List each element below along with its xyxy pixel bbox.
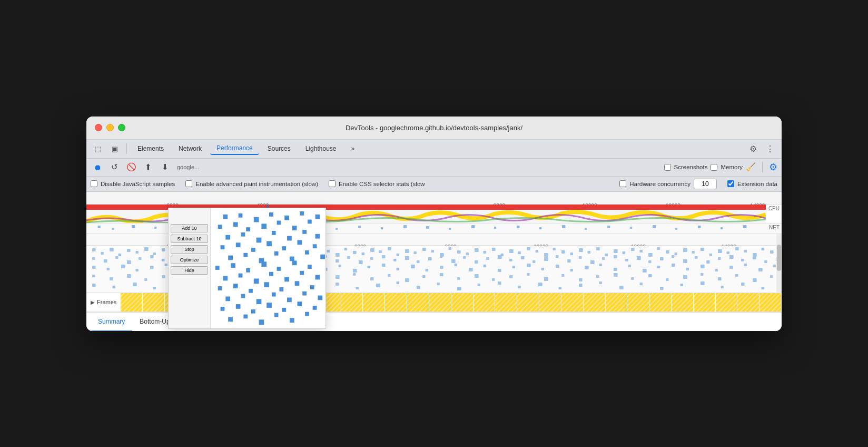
memory-label: Memory xyxy=(721,164,743,170)
svg-rect-11 xyxy=(336,228,338,230)
broom-icon[interactable]: 🧹 xyxy=(746,162,756,172)
frame-11 xyxy=(363,293,385,312)
svg-rect-212 xyxy=(715,269,718,271)
tab-lighthouse[interactable]: Lighthouse xyxy=(299,143,343,154)
svg-rect-331 xyxy=(277,267,281,271)
reload-button[interactable]: ↺ xyxy=(107,160,121,174)
disable-js-checkbox[interactable] xyxy=(91,180,97,187)
minimize-button[interactable] xyxy=(106,124,114,131)
svg-rect-289 xyxy=(741,283,745,286)
clear-button[interactable]: 🚫 xyxy=(124,160,138,174)
download-button[interactable]: ⬇ xyxy=(158,160,172,174)
svg-rect-290 xyxy=(762,287,765,289)
svg-rect-134 xyxy=(382,255,386,258)
svg-rect-13 xyxy=(381,227,383,229)
frame-29 xyxy=(760,293,782,312)
svg-rect-14 xyxy=(403,225,407,228)
stop-button[interactable]: Stop xyxy=(171,245,208,254)
svg-rect-298 xyxy=(315,214,320,219)
upload-button[interactable]: ⬆ xyxy=(141,160,155,174)
device-icon[interactable]: ▣ xyxy=(107,141,122,156)
perf-toolbar: ⏺ ↺ 🚫 ⬆ ⬇ google... Screenshots Memory 🧹… xyxy=(86,159,782,177)
subtract-10-button[interactable]: Subtract 10 xyxy=(171,235,208,243)
svg-rect-260 xyxy=(153,287,156,289)
svg-rect-292 xyxy=(223,214,228,219)
record-button[interactable]: ⏺ xyxy=(91,160,104,174)
svg-rect-232 xyxy=(353,273,356,276)
ruler-labels: 2000 ms 4000 ms 8000 ms 10000 ms 12000 m… xyxy=(86,203,782,204)
svg-rect-131 xyxy=(347,256,350,259)
inspect-icon[interactable]: ⬚ xyxy=(91,141,105,156)
frame-22 xyxy=(606,293,628,312)
frame-18 xyxy=(517,293,539,312)
scrollbar-thumb[interactable] xyxy=(777,245,781,271)
maximize-button[interactable] xyxy=(118,124,125,131)
hide-button[interactable]: Hide xyxy=(171,266,208,275)
tab-summary[interactable]: Summary xyxy=(91,313,132,331)
gear-settings-icon[interactable]: ⚙ xyxy=(769,161,777,173)
svg-rect-25 xyxy=(653,225,656,228)
tab-performance[interactable]: Performance xyxy=(210,142,259,155)
svg-rect-255 xyxy=(753,278,757,282)
frame-13 xyxy=(407,293,429,312)
more-options-icon[interactable]: ⋮ xyxy=(763,141,777,156)
svg-rect-72 xyxy=(457,250,461,254)
svg-rect-280 xyxy=(559,287,562,289)
svg-rect-257 xyxy=(92,284,96,287)
add-10-button[interactable]: Add 10 xyxy=(171,224,208,232)
extension-data-option: Extension data xyxy=(727,180,777,187)
frames-expand-icon[interactable]: ▶ xyxy=(91,299,95,305)
svg-rect-245 xyxy=(579,278,583,281)
optimize-button[interactable]: Optimize xyxy=(171,256,208,264)
svg-rect-348 xyxy=(225,296,230,301)
svg-rect-132 xyxy=(359,260,363,264)
svg-rect-351 xyxy=(272,292,276,296)
svg-rect-174 xyxy=(165,264,168,266)
svg-rect-346 xyxy=(295,281,300,286)
tab-more[interactable]: » xyxy=(345,143,361,154)
svg-rect-328 xyxy=(231,263,235,268)
settings-icon[interactable]: ⚙ xyxy=(746,141,761,156)
tab-sources[interactable]: Sources xyxy=(261,143,297,154)
svg-rect-104 xyxy=(735,247,739,250)
svg-rect-167 xyxy=(764,260,767,263)
svg-rect-105 xyxy=(744,250,747,252)
svg-rect-294 xyxy=(254,217,259,222)
screenshots-checkbox[interactable] xyxy=(664,164,671,171)
svg-rect-65 xyxy=(397,254,400,256)
svg-rect-192 xyxy=(426,269,429,271)
vertical-scrollbar[interactable] xyxy=(776,234,782,293)
svg-rect-329 xyxy=(246,268,250,273)
svg-rect-31 xyxy=(101,252,104,255)
svg-rect-283 xyxy=(619,286,624,289)
svg-rect-99 xyxy=(692,251,695,254)
svg-rect-67 xyxy=(414,251,417,254)
svg-rect-0 xyxy=(98,226,101,228)
svg-rect-297 xyxy=(300,211,304,216)
svg-rect-237 xyxy=(440,273,443,276)
frame-21 xyxy=(584,293,606,312)
svg-rect-361 xyxy=(313,306,317,310)
svg-rect-169 xyxy=(92,266,96,269)
tab-elements[interactable]: Elements xyxy=(131,143,170,154)
svg-rect-304 xyxy=(292,226,297,230)
svg-rect-163 xyxy=(718,257,721,260)
svg-rect-109 xyxy=(92,257,95,260)
svg-rect-164 xyxy=(729,255,734,259)
svg-rect-60 xyxy=(353,251,357,254)
svg-rect-140 xyxy=(451,259,456,263)
enable-paint-checkbox[interactable] xyxy=(185,180,192,187)
svg-rect-29 xyxy=(743,225,746,228)
svg-rect-209 xyxy=(672,264,675,267)
memory-checkbox[interactable] xyxy=(711,164,717,171)
tab-network[interactable]: Network xyxy=(172,143,208,154)
svg-rect-148 xyxy=(544,257,548,261)
enable-css-checkbox[interactable] xyxy=(329,180,336,187)
svg-rect-135 xyxy=(393,259,397,261)
close-button[interactable] xyxy=(95,124,102,131)
svg-rect-218 xyxy=(110,277,113,280)
hw-concurrency-checkbox[interactable] xyxy=(619,180,626,187)
svg-rect-343 xyxy=(249,288,253,293)
hw-concurrency-input[interactable] xyxy=(694,179,717,189)
extension-data-checkbox[interactable] xyxy=(727,180,734,187)
